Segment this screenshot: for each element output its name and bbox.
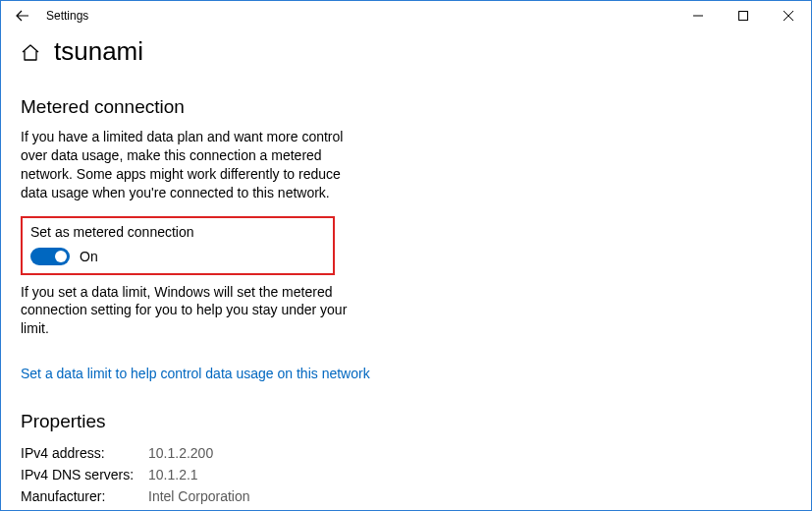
- metered-section-title: Metered connection: [21, 96, 791, 118]
- metered-toggle-state: On: [80, 249, 98, 264]
- prop-label: IPv4 DNS servers:: [21, 467, 148, 483]
- toggle-knob: [55, 251, 67, 262]
- maximize-icon: [738, 11, 748, 21]
- minimize-icon: [693, 11, 703, 21]
- minimize-button[interactable]: [676, 1, 721, 30]
- prop-row-ipv4-dns: IPv4 DNS servers: 10.1.2.1: [21, 464, 791, 485]
- properties-section-title: Properties: [21, 411, 791, 432]
- metered-highlight-box: Set as metered connection On: [21, 216, 335, 275]
- svg-rect-0: [739, 12, 748, 21]
- prop-value: Intel Corporation: [148, 488, 250, 504]
- metered-sub-description: If you set a data limit, Windows will se…: [21, 283, 350, 339]
- content-area: tsunami Metered connection If you have a…: [1, 30, 811, 511]
- close-icon: [784, 11, 793, 21]
- metered-description: If you have a limited data plan and want…: [21, 128, 350, 202]
- window-title: Settings: [46, 9, 88, 23]
- arrow-left-icon: [16, 9, 29, 23]
- maximize-button[interactable]: [721, 1, 766, 30]
- prop-row-description: Description: Intel(R) 82574L Gigabit Net…: [21, 507, 791, 511]
- page-title: tsunami: [54, 36, 143, 67]
- metered-toggle[interactable]: [30, 248, 70, 265]
- close-button[interactable]: [766, 1, 811, 30]
- titlebar: Settings: [1, 1, 811, 30]
- metered-section: Metered connection If you have a limited…: [21, 96, 791, 381]
- prop-label: Manufacturer:: [21, 488, 148, 504]
- metered-toggle-row: On: [30, 248, 325, 265]
- back-button[interactable]: [7, 1, 38, 30]
- prop-value: 10.1.2.1: [148, 467, 198, 483]
- prop-row-ipv4-address: IPv4 address: 10.1.2.200: [21, 442, 791, 464]
- prop-value: 10.1.2.200: [148, 445, 213, 461]
- data-limit-link[interactable]: Set a data limit to help control data us…: [21, 366, 370, 381]
- properties-section: Properties IPv4 address: 10.1.2.200 IPv4…: [21, 411, 791, 511]
- page-header: tsunami: [21, 36, 791, 67]
- prop-row-manufacturer: Manufacturer: Intel Corporation: [21, 485, 791, 507]
- metered-toggle-label: Set as metered connection: [30, 224, 325, 240]
- window-controls: [676, 1, 811, 30]
- prop-label: IPv4 address:: [21, 445, 148, 461]
- home-icon: [21, 42, 40, 62]
